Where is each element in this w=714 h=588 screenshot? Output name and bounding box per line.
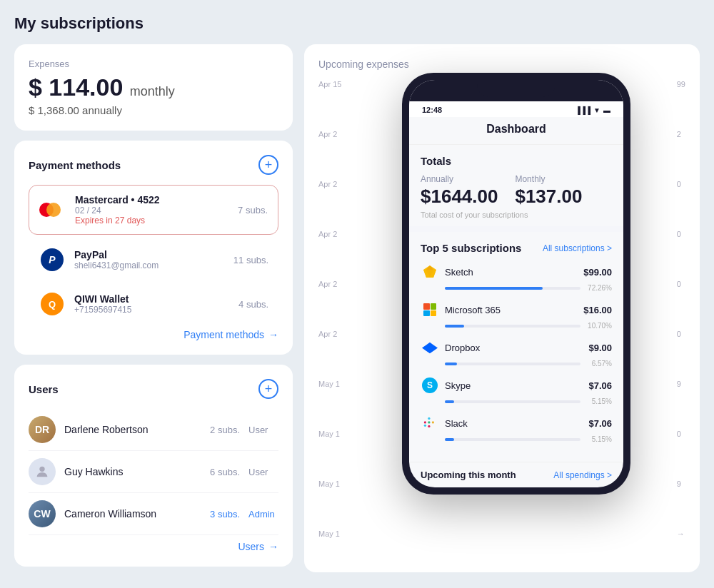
- monthly-amount: $ 114.00 monthly: [29, 74, 278, 101]
- upcoming-this-month-label: Upcoming this month: [421, 470, 516, 480]
- users-title: Users: [29, 383, 59, 395]
- timeline-item-7: May 1: [318, 380, 341, 388]
- timeline-item-4: Apr 2: [318, 230, 341, 238]
- sub-bar-skype: 5.15%: [421, 397, 612, 405]
- sub-bar-microsoft: 10.70%: [421, 322, 612, 330]
- svg-rect-9: [424, 425, 426, 427]
- status-bar: 12:48 ▐▐▐ ▼ ▬: [409, 101, 623, 117]
- top5-section: Top 5 subscriptions All subscriptions >: [409, 232, 623, 462]
- timeline-item-8: May 1: [318, 430, 341, 438]
- top5-title: Top 5 subscriptions: [421, 242, 521, 254]
- user-name-cameron: Cameron Williamson: [64, 508, 201, 519]
- users-header: Users +: [29, 379, 278, 399]
- mastercard-date: 02 / 24: [75, 206, 229, 216]
- timeline: Apr 15 Apr 2 Apr 2 Apr 2 Apr 2 Apr 2 May…: [318, 80, 341, 538]
- phone-notch: [409, 80, 623, 101]
- payment-methods-link[interactable]: Payment methods →: [183, 329, 278, 340]
- user-item-cameron[interactable]: CW Cameron Williamson 3 subs. Admin: [29, 493, 278, 535]
- avatar-darlene: DR: [29, 416, 56, 443]
- sub-bar-sketch: 72.26%: [421, 284, 612, 292]
- phone-monthly-label: Monthly: [515, 174, 582, 184]
- slack-icon: [421, 414, 439, 432]
- sub-name-slack: Slack: [445, 418, 583, 429]
- payment-methods-card: Payment methods + Mastercard • 4522 02 /…: [14, 141, 293, 355]
- user-role-guy: User: [248, 467, 278, 477]
- sub-bar-dropbox: 6.57%: [421, 360, 612, 368]
- svg-rect-6: [428, 421, 430, 423]
- paypal-email: sheli6431@gmail.com: [74, 260, 225, 270]
- phone-mockup: 12:48 ▐▐▐ ▼ ▬ Dashboard Totals: [347, 73, 685, 495]
- svg-rect-5: [428, 417, 430, 420]
- sketch-icon: [421, 263, 439, 281]
- sub-pct-dropbox: 6.57%: [586, 360, 612, 368]
- add-user-button[interactable]: +: [258, 379, 278, 399]
- all-subscriptions-link[interactable]: All subscriptions >: [543, 243, 612, 253]
- user-subs-darlene: 2 subs.: [210, 425, 240, 435]
- mastercard-warning: Expires in 27 days: [75, 216, 229, 225]
- user-name-darlene: Darlene Robertson: [64, 424, 201, 435]
- sub-item-slack: Slack $7.06 5.15%: [421, 414, 612, 443]
- phone-monthly-amount: $137.00: [515, 186, 582, 208]
- paypal-info: PayPal sheli6431@gmail.com: [74, 249, 225, 270]
- expenses-label: Expenses: [29, 59, 278, 69]
- sub-amount-skype: $7.06: [588, 380, 612, 391]
- page-title: My subscriptions: [14, 14, 700, 33]
- notch-shape: [477, 80, 555, 97]
- sub-item-microsoft: Microsoft 365 $16.00 10.70%: [421, 300, 612, 330]
- add-payment-button[interactable]: +: [258, 155, 278, 175]
- totals-row: Annually $1644.00 Monthly $137.00: [421, 174, 612, 208]
- sub-amount-sketch: $99.00: [583, 267, 612, 278]
- sub-item-sketch: Sketch $99.00 72.26%: [421, 263, 612, 292]
- payment-item-qiwi[interactable]: Q QIWI Wallet +71595697415 4 subs.: [29, 285, 278, 323]
- sub-pct-microsoft: 10.70%: [586, 322, 612, 330]
- user-role-cameron: Admin: [248, 509, 278, 519]
- timeline-item-6: Apr 2: [318, 330, 341, 338]
- payment-footer: Payment methods →: [29, 329, 278, 340]
- sub-amount-dropbox: $9.00: [588, 343, 612, 353]
- svg-rect-8: [428, 425, 430, 427]
- payment-item-paypal[interactable]: P PayPal sheli6431@gmail.com 11 subs.: [29, 240, 278, 279]
- expenses-card: Expenses $ 114.00 monthly $ 1,368.00 ann…: [14, 44, 293, 131]
- qiwi-subs: 4 subs.: [238, 299, 268, 310]
- right-panel: Upcoming expenses Apr 15 Apr 2 Apr 2 Apr…: [304, 44, 700, 572]
- user-name-guy: Guy Hawkins: [64, 466, 201, 477]
- sub-pct-sketch: 72.26%: [586, 284, 612, 292]
- skype-icon: S: [421, 376, 439, 395]
- qiwi-info: QIWI Wallet +71595697415: [74, 293, 230, 315]
- upcoming-this-month-bar: Upcoming this month All spendings >: [409, 462, 623, 487]
- mastercard-info: Mastercard • 4522 02 / 24 Expires in 27 …: [75, 194, 229, 225]
- total-desc: Total cost of your subscriptions: [421, 211, 612, 219]
- svg-marker-3: [423, 270, 436, 278]
- sub-name-sketch: Sketch: [445, 267, 578, 278]
- wifi-icon: ▼: [593, 106, 600, 114]
- sub-amount-slack: $7.06: [588, 418, 612, 429]
- user-item-guy[interactable]: Guy Hawkins 6 subs. User: [29, 451, 278, 493]
- sub-amount-microsoft: $16.00: [583, 305, 612, 315]
- annual-amount: $ 1,368.00 annually: [29, 104, 278, 116]
- payment-item-mastercard[interactable]: Mastercard • 4522 02 / 24 Expires in 27 …: [29, 185, 278, 235]
- qiwi-phone: +71595697415: [74, 305, 230, 315]
- paypal-icon: P: [39, 250, 66, 270]
- section-divider: [409, 226, 623, 232]
- sub-item-skype: S Skype $7.06 5.15%: [421, 376, 612, 405]
- timeline-item-2: Apr 2: [318, 130, 341, 138]
- monthly-label: monthly: [130, 84, 175, 98]
- annually-amount: $1644.00: [421, 186, 498, 208]
- avatar-guy: [29, 458, 56, 485]
- phone-dashboard-title: Dashboard: [409, 117, 623, 145]
- microsoft-icon: [421, 300, 439, 319]
- mastercard-name: Mastercard • 4522: [75, 194, 229, 206]
- left-panel: Expenses $ 114.00 monthly $ 1,368.00 ann…: [14, 44, 293, 567]
- user-item-darlene[interactable]: DR Darlene Robertson 2 subs. User: [29, 409, 278, 451]
- top5-header: Top 5 subscriptions All subscriptions >: [421, 242, 612, 254]
- battery-icon: ▬: [603, 106, 610, 114]
- payment-header: Payment methods +: [29, 155, 278, 175]
- qiwi-name: QIWI Wallet: [74, 293, 230, 305]
- sub-name-microsoft: Microsoft 365: [445, 305, 578, 315]
- payment-methods-title: Payment methods: [29, 159, 121, 171]
- paypal-subs: 11 subs.: [233, 255, 268, 265]
- mastercard-subs: 7 subs.: [238, 205, 268, 216]
- mastercard-icon: [39, 200, 66, 220]
- users-link[interactable]: Users →: [238, 541, 278, 552]
- all-spendings-link[interactable]: All spendings >: [553, 470, 612, 480]
